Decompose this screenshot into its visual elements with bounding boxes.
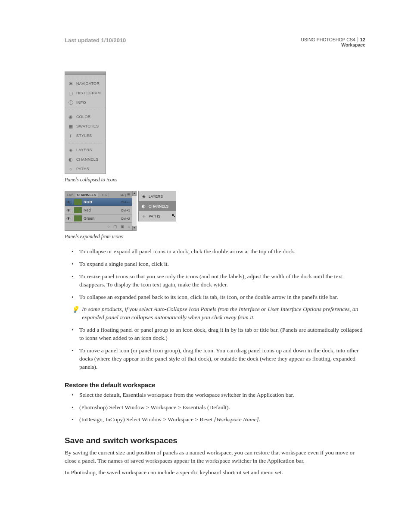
visibility-icon: 👁	[65, 208, 72, 213]
channel-row: 👁RedCtrl+1	[65, 206, 132, 215]
expanded-panel-figure: LAY CHANNELS THS ▸▸ | ☰ 👁RGBCtrl+~👁RedCt…	[65, 191, 365, 231]
footer-icon: ▣	[121, 224, 125, 229]
color-icon: ◉	[68, 114, 74, 120]
info-icon: ⓘ	[68, 100, 74, 106]
dock-item-histogram: ▢HISTOGRAM	[65, 88, 106, 98]
tab-channels: CHANNELS	[75, 193, 98, 197]
list-item: (InDesign, InCopy) Select Window > Works…	[72, 416, 365, 424]
channel-shortcut: Ctrl+~	[121, 200, 132, 204]
list-item: To collapse an expanded panel back to it…	[72, 293, 365, 302]
dock-label: PATHS	[76, 167, 89, 171]
document-page: Last updated 1/10/2010 USING PHOTOSHOP C…	[0, 0, 411, 532]
panel-footer: ○▢▣⌂	[65, 223, 132, 230]
dock-item-layers: ◈LAYERS	[65, 145, 106, 155]
dock-item-info: ⓘINFO	[65, 98, 106, 107]
channel-thumb	[74, 199, 82, 205]
footer-icon: ▢	[113, 224, 117, 229]
side-label: PATHS	[149, 214, 160, 218]
figure2-caption: Panels expanded from icons	[65, 233, 365, 240]
list-item: To expand a single panel icon, click it.	[72, 260, 365, 268]
last-updated: Last updated 1/10/2010	[65, 37, 126, 44]
side-label: CHANNELS	[149, 204, 168, 208]
side-icon-dock: ◈LAYERS◐CHANNELS⟐PATHS	[138, 191, 176, 221]
dock-label: INFO	[76, 100, 86, 105]
list-item: To resize panel icons so that you see on…	[72, 273, 365, 289]
save-paragraph-2: In Photoshop, the saved workspace can in…	[65, 469, 365, 477]
save-paragraph-1: By saving the current size and position …	[65, 449, 365, 465]
scrollbar: ▴ ▾	[132, 191, 137, 231]
header-right: USING PHOTOSHOP CS412 Workspace	[301, 37, 365, 47]
visibility-icon: 👁	[65, 216, 72, 221]
instruction-list-1: To collapse or expand all panel icons in…	[72, 248, 365, 301]
channel-thumb	[74, 215, 82, 221]
tip-text: In some products, if you select Auto-Col…	[82, 305, 365, 322]
list-item: (Photoshop) Select Window > Workspace > …	[72, 404, 365, 412]
scroll-down-icon: ▾	[132, 226, 137, 231]
channels-icon: ◐	[141, 203, 146, 209]
side-item-channels: ◐CHANNELS	[139, 201, 176, 211]
visibility-icon: 👁	[65, 200, 72, 205]
navigator-icon: ✱	[68, 81, 74, 87]
collapsed-panel-dock-figure: ✱NAVIGATOR▢HISTOGRAMⓘINFO◉COLOR▦SWATCHES…	[65, 72, 106, 174]
dock-item-styles: ƒSTYLES	[65, 131, 106, 140]
dock-label: SWATCHES	[76, 124, 99, 128]
dock-item-color: ◉COLOR	[65, 112, 106, 121]
section-name: Workspace	[301, 42, 365, 47]
panel-tabs: LAY CHANNELS THS ▸▸ | ☰	[65, 191, 132, 198]
dock-item-paths: ⟐PATHS	[65, 164, 106, 174]
list-item: Select the default, Essentials workspace…	[72, 391, 365, 399]
layers-icon: ◈	[68, 147, 74, 153]
save-heading: Save and switch workspaces	[65, 436, 365, 445]
dock-item-channels: ◐CHANNELS	[65, 155, 106, 164]
dock-item-swatches: ▦SWATCHES	[65, 121, 106, 131]
page-number: 12	[358, 37, 365, 42]
panel-menu-icon: ▸▸ | ☰	[119, 193, 132, 197]
channel-shortcut: Ctrl+1	[121, 208, 132, 212]
side-label: LAYERS	[149, 194, 163, 199]
tab-paths: THS	[98, 193, 109, 197]
list-item: To collapse or expand all panel icons in…	[72, 248, 365, 256]
instruction-list-2: To add a floating panel or panel group t…	[72, 326, 365, 371]
channel-name: RGB	[84, 200, 121, 204]
paths-icon: ⟐	[141, 213, 146, 219]
list-item: To add a floating panel or panel group t…	[72, 326, 365, 342]
paths-icon: ⟐	[68, 166, 74, 172]
styles-icon: ƒ	[68, 133, 74, 139]
list-item: To move a panel icon (or panel icon grou…	[72, 347, 365, 371]
channels-panel: LAY CHANNELS THS ▸▸ | ☰ 👁RGBCtrl+~👁RedCt…	[65, 191, 132, 231]
channel-name: Green	[84, 216, 121, 221]
restore-list: Select the default, Essentials workspace…	[72, 391, 365, 424]
channel-shortcut: Ctrl+2	[121, 217, 132, 221]
side-item-layers: ◈LAYERS	[139, 191, 176, 201]
restore-heading: Restore the default workspace	[65, 382, 365, 389]
lightbulb-icon: 💡	[72, 305, 78, 312]
layers-icon: ◈	[141, 193, 146, 199]
dock-label: CHANNELS	[76, 157, 98, 162]
channel-row: 👁RGBCtrl+~	[65, 198, 132, 206]
histogram-icon: ▢	[68, 90, 74, 96]
channel-thumb	[74, 207, 82, 213]
channel-name: Red	[84, 208, 121, 212]
dock-grip	[68, 76, 102, 78]
swatches-icon: ▦	[68, 123, 74, 129]
dock-label: COLOR	[76, 115, 91, 119]
channels-icon: ◐	[68, 156, 74, 162]
footer-icon: ○	[107, 224, 109, 229]
scroll-up-icon: ▴	[132, 191, 137, 196]
dock-header	[65, 72, 106, 75]
side-item-paths: ⟐PATHS	[139, 211, 176, 221]
cursor-icon: ↖	[171, 212, 176, 219]
doc-title: USING PHOTOSHOP CS4	[301, 37, 355, 42]
tip-note: 💡 In some products, if you select Auto-C…	[72, 305, 365, 322]
dock-item-navigator: ✱NAVIGATOR	[65, 79, 106, 88]
footer-icon: ⌂	[128, 224, 130, 229]
figure1-caption: Panels collapsed to icons	[65, 177, 365, 183]
dock-label: LAYERS	[76, 148, 92, 152]
dock-label: HISTOGRAM	[76, 91, 101, 95]
scroll-track	[132, 196, 137, 226]
channel-row: 👁GreenCtrl+2	[65, 215, 132, 223]
tab-layers: LAY	[65, 193, 75, 197]
dock-label: STYLES	[76, 134, 92, 138]
dock-label: NAVIGATOR	[76, 81, 100, 86]
